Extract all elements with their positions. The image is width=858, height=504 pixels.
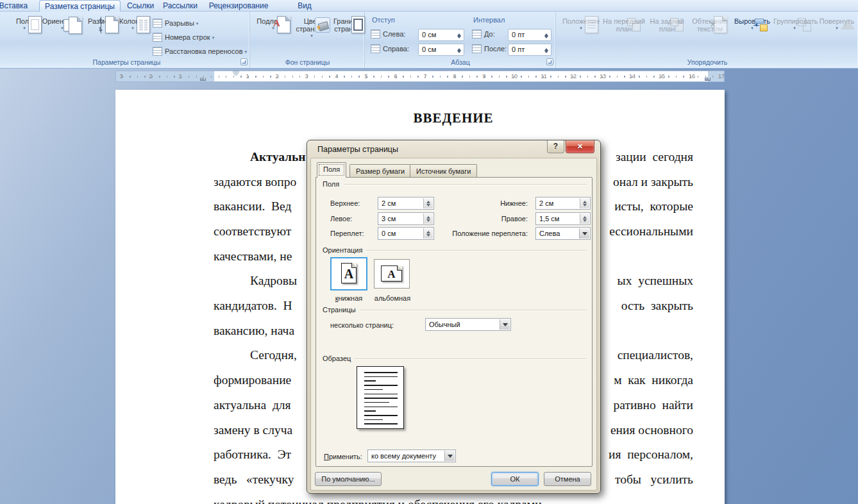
dropdown-arrow-icon <box>579 228 589 239</box>
breaks-button[interactable]: Разрывы▾ <box>153 17 198 29</box>
apply-to-dropdown[interactable]: ко всему документу <box>367 449 456 462</box>
ruler-number: 5 <box>364 73 367 80</box>
margins-tab-page: Поля Верхнее: 2 см Нижнее: 2 см Левое: 3… <box>315 177 593 467</box>
indent-right-spinner[interactable] <box>455 45 463 55</box>
portrait-option[interactable]: A <box>330 257 367 290</box>
orientation-button[interactable]: Ориентация▾ <box>41 14 83 30</box>
indent-left-field[interactable]: 0 см <box>418 29 464 41</box>
top-margin-spinner[interactable] <box>423 198 433 208</box>
spacing-after-spinner[interactable] <box>542 45 550 55</box>
paragraph-dialog-launcher[interactable] <box>546 58 553 65</box>
dropdown-arrow-icon <box>500 319 510 330</box>
indent-title: Отступ <box>372 16 395 24</box>
group-button[interactable]: Группировать▾ <box>773 14 816 30</box>
spacing-before-spinner[interactable] <box>542 30 550 40</box>
indent-left-label: Слева: <box>371 28 405 40</box>
left-margin-spinner[interactable] <box>423 214 433 224</box>
left-margin-field[interactable]: 3 см <box>378 212 434 225</box>
ruler-number: 9 <box>482 73 485 80</box>
right-margin-field[interactable]: 1,5 см <box>535 212 591 225</box>
spacing-before-icon <box>472 29 482 38</box>
cancel-button[interactable]: Отмена <box>544 472 591 486</box>
gutter-label: Переплет: <box>330 230 364 237</box>
ruler-number: 7 <box>423 73 426 80</box>
ruler-number: 17 <box>718 73 725 80</box>
dropdown-arrow-icon <box>444 451 455 461</box>
page-color-button[interactable]: Цвет страницы▾ <box>293 14 330 38</box>
ruler-number: 4 <box>335 73 338 80</box>
portrait-label: книжная <box>325 294 373 302</box>
margins-button[interactable]: Поля▾ <box>9 14 40 30</box>
ok-button[interactable]: ОК <box>491 472 539 486</box>
bring-to-front-button[interactable]: На передний план <box>603 14 645 33</box>
rotate-button[interactable]: Повернуть▾ <box>817 14 857 30</box>
group-label-page-background: Фон страницы <box>251 58 364 66</box>
spacing-after-label: После: <box>472 43 507 55</box>
tab-view[interactable]: Вид <box>289 0 321 12</box>
top-margin-label: Верхнее: <box>330 199 360 207</box>
bottom-margin-spinner[interactable] <box>580 198 589 208</box>
dialog-help-button[interactable]: ? <box>547 140 564 153</box>
dialog-close-button[interactable]: ✕ <box>566 140 594 153</box>
ruler-number: 10 <box>511 73 517 80</box>
tab-review[interactable]: Рецензирование <box>203 0 274 12</box>
align-button[interactable]: Выровнять▾ <box>732 14 772 30</box>
ruler-number: 12 <box>570 73 576 80</box>
left-indent-marker[interactable] <box>200 78 206 81</box>
spacing-after-icon <box>472 44 482 53</box>
page-setup-dialog-launcher[interactable] <box>240 58 248 65</box>
indent-left-spinner[interactable] <box>455 30 463 40</box>
indent-left-icon <box>371 29 380 38</box>
dialog-tab-paper-size[interactable]: Размер бумаги <box>349 164 411 178</box>
spacing-title: Интервал <box>473 16 505 24</box>
line-numbers-button[interactable]: Номера строк▾ <box>153 31 214 44</box>
position-button[interactable]: Положение▾ <box>560 14 601 30</box>
spacing-before-label: До: <box>472 28 495 40</box>
right-indent-marker[interactable] <box>705 78 711 81</box>
left-margin-label: Левое: <box>330 215 352 223</box>
right-margin-label: Правое: <box>470 215 528 223</box>
top-margin-field[interactable]: 2 см <box>378 197 434 210</box>
tab-insert[interactable]: Вставка <box>0 0 36 12</box>
watermark-button[interactable]: A Подложка▾ <box>255 14 292 30</box>
tab-page-layout[interactable]: Разметка страницы <box>39 0 121 12</box>
text-wrapping-button[interactable]: ✕ Обтекание текстом <box>689 14 731 33</box>
columns-button[interactable]: Колонки▾ <box>117 14 149 30</box>
spacing-before-field[interactable]: 0 пт <box>508 29 551 41</box>
word-window: Вставка Разметка страницы Ссылки Рассылк… <box>0 0 858 504</box>
apply-to-label: Применить: <box>324 453 362 460</box>
dialog-tab-paper-source[interactable]: Источник бумаги <box>410 164 477 178</box>
spacing-after-field[interactable]: 0 пт <box>508 44 551 56</box>
multiple-pages-dropdown[interactable]: Обычный <box>425 318 511 331</box>
default-button[interactable]: По умолчанию... <box>315 472 382 486</box>
dialog-tab-margins[interactable]: Поля <box>317 162 346 178</box>
ruler-number: 15 <box>659 73 665 80</box>
portrait-icon: A <box>341 263 357 283</box>
right-margin-spinner[interactable] <box>580 214 589 224</box>
landscape-option[interactable]: A <box>374 259 410 289</box>
page-borders-button[interactable]: Границы страниц <box>332 14 364 33</box>
tab-references[interactable]: Ссылки <box>122 0 159 12</box>
gutter-field[interactable]: 0 см <box>378 227 434 240</box>
gutter-position-dropdown[interactable]: Слева <box>535 227 591 240</box>
indent-right-field[interactable]: 0 см <box>418 44 464 56</box>
hyphenation-button[interactable]: Расстановка переносов▾ <box>153 46 247 58</box>
send-to-back-button[interactable]: На задний план <box>646 14 687 33</box>
ruler-number: 2 <box>275 73 278 80</box>
doc-line: кадровый потенциал предприятия и обеспеч… <box>214 498 693 504</box>
group-label-arrange: Упорядочить <box>557 58 858 66</box>
size-button[interactable]: Размер▾ <box>85 14 115 30</box>
orientation-group-label: Ориентация <box>323 246 366 254</box>
first-line-indent-marker[interactable] <box>233 71 239 76</box>
landscape-icon: A <box>381 265 402 281</box>
indent-right-label: Справа: <box>371 43 409 55</box>
group-page-background: A Подложка▾ Цвет страницы▾ Границы стран… <box>251 12 365 67</box>
tab-mailings[interactable]: Рассылки <box>160 0 200 12</box>
ruler-number: 3 <box>305 73 308 80</box>
page-setup-dialog: Параметры страницы ? ✕ Поля Размер бумаг… <box>307 140 601 494</box>
hyphenation-icon <box>153 47 162 56</box>
bottom-margin-field[interactable]: 2 см <box>535 197 591 210</box>
ruler-number: 3 <box>119 73 122 80</box>
group-label-paragraph: Абзац <box>366 58 555 66</box>
preview-page-thumbnail <box>357 366 404 429</box>
